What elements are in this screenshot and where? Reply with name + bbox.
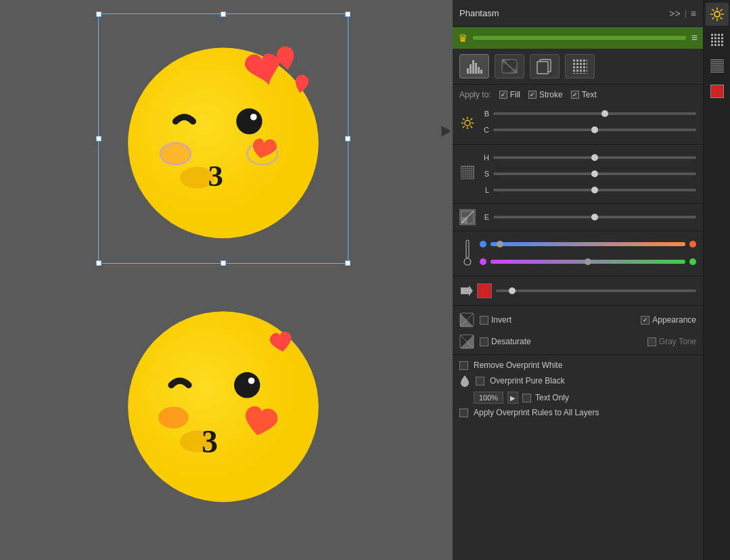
gradient-tool-btn[interactable] (495, 54, 524, 78)
svg-rect-33 (466, 240, 469, 258)
e-slider-track[interactable] (493, 216, 696, 218)
svg-rect-20 (537, 62, 548, 74)
histogram-tool-btn[interactable] (459, 54, 489, 78)
fill-checkbox[interactable]: ✓ Fill (499, 90, 520, 99)
svg-point-34 (464, 258, 471, 265)
divider-5 (453, 305, 703, 306)
resize-handle-bl[interactable] (96, 260, 101, 266)
apply-to-row: Apply to: ✓ Fill ✓ Stroke ✓ Text (453, 85, 703, 105)
svg-line-43 (712, 9, 714, 11)
fill-label: Fill (510, 90, 520, 99)
rs-red-icon (710, 84, 725, 99)
resize-handle-bm[interactable] (221, 260, 226, 266)
desaturate-row: Desaturate Gray Tone (453, 331, 703, 352)
invert-cb-box[interactable] (480, 316, 488, 325)
color-track[interactable] (496, 289, 696, 292)
gradient-icon (501, 58, 518, 74)
hist-bar-6 (480, 70, 482, 74)
l-label: L (480, 186, 489, 194)
s-slider-track[interactable] (493, 172, 696, 175)
desaturate-label: Desaturate (491, 337, 531, 346)
overprint-input[interactable]: 100% (474, 392, 503, 404)
overprint-black-cb[interactable] (476, 377, 484, 386)
gray-tone-checkbox[interactable]: Gray Tone (647, 337, 696, 346)
stroke-checkbox[interactable]: ✓ Stroke (528, 90, 563, 99)
purple-green-thumb[interactable] (585, 258, 591, 265)
crown-progress-bar (473, 36, 686, 40)
appearance-cb-box[interactable]: ✓ (641, 316, 649, 325)
resize-handle-tm[interactable] (221, 11, 226, 17)
panel-header-icons: >> | ≡ (669, 8, 696, 19)
desaturate-cb-box[interactable] (480, 337, 488, 346)
svg-point-12 (234, 372, 260, 398)
gray-tone-label: Gray Tone (659, 337, 696, 346)
e-section: E (453, 206, 703, 228)
invert-appearance-row: Invert ✓ Appearance (453, 308, 703, 331)
h-slider-thumb[interactable] (591, 154, 598, 161)
svg-line-28 (471, 118, 473, 120)
color-track-thumb[interactable] (509, 287, 516, 294)
red-swatch (710, 85, 724, 98)
svg-point-3 (236, 108, 262, 134)
stroke-check-box[interactable]: ✓ (528, 91, 537, 99)
b-slider-track[interactable] (493, 112, 696, 115)
c-slider-track[interactable] (493, 129, 696, 131)
arrow-right-icon (459, 285, 473, 296)
blue-orange-slider-row (480, 237, 696, 252)
b-slider-thumb[interactable] (601, 110, 608, 117)
svg-line-27 (471, 126, 473, 129)
purple-green-track[interactable] (491, 260, 685, 264)
unselected-object[interactable]: 3 (98, 277, 348, 528)
appearance-label: Appearance (652, 315, 696, 325)
copy-tool-btn[interactable] (530, 54, 560, 78)
s-slider-thumb[interactable] (591, 170, 598, 177)
svg-text:3: 3 (202, 423, 218, 459)
svg-text:3: 3 (208, 159, 223, 193)
gray-tone-cb-box[interactable] (647, 337, 656, 346)
svg-point-1 (128, 48, 319, 239)
fill-check-box[interactable]: ✓ (499, 91, 507, 99)
resize-handle-tr[interactable] (345, 11, 350, 17)
remove-overprint-label: Remove Overprint White (474, 360, 562, 370)
invert-section: Invert (459, 312, 511, 327)
apply-overprint-cb[interactable] (459, 409, 468, 417)
rs-btn-red[interactable] (706, 80, 729, 103)
rs-btn-sun[interactable] (706, 3, 729, 26)
remove-overprint-cb[interactable] (459, 361, 468, 370)
resize-handle-ml[interactable] (96, 136, 101, 141)
apply-overprint-label: Apply Overprint Rules to All Layers (474, 408, 599, 417)
text-only-cb[interactable] (522, 394, 531, 402)
overprint-stepper[interactable]: ▶ (507, 392, 518, 404)
l-slider-track[interactable] (493, 189, 696, 191)
exposure-icon (461, 210, 474, 224)
color-swatch[interactable] (477, 283, 492, 298)
menu-icon[interactable]: ≡ (691, 8, 696, 19)
svg-line-26 (463, 118, 465, 120)
blue-orange-track[interactable] (491, 242, 685, 246)
halftone-tool-btn[interactable] (565, 54, 595, 78)
rs-stripes-icon (710, 58, 725, 73)
rs-btn-stripes[interactable] (706, 54, 729, 77)
crown-menu-icon[interactable]: ≡ (691, 32, 698, 44)
resize-handle-br[interactable] (345, 260, 350, 266)
resize-handle-mr[interactable] (345, 136, 350, 141)
svg-point-14 (158, 406, 189, 428)
blue-orange-thumb[interactable] (497, 241, 503, 248)
resize-handle-tl[interactable] (96, 11, 101, 17)
h-slider-track[interactable] (493, 156, 696, 159)
c-slider-thumb[interactable] (591, 126, 598, 133)
h-label: H (480, 154, 489, 162)
text-checkbox[interactable]: ✓ Text (571, 90, 597, 99)
l-slider-thumb[interactable] (591, 187, 598, 193)
e-slider-thumb[interactable] (591, 214, 598, 220)
invert-checkbox[interactable]: Invert (480, 315, 511, 325)
emoji-selected-svg: 3 (115, 30, 332, 247)
color-sliders-section (453, 234, 703, 273)
selected-object[interactable]: 3 (98, 14, 348, 264)
rs-btn-dots[interactable] (706, 28, 729, 51)
svg-point-38 (714, 11, 720, 17)
expand-icon[interactable]: >> (669, 8, 680, 19)
text-check-box[interactable]: ✓ (571, 91, 579, 99)
desaturate-checkbox[interactable]: Desaturate (480, 337, 531, 346)
appearance-checkbox[interactable]: ✓ Appearance (641, 315, 696, 325)
